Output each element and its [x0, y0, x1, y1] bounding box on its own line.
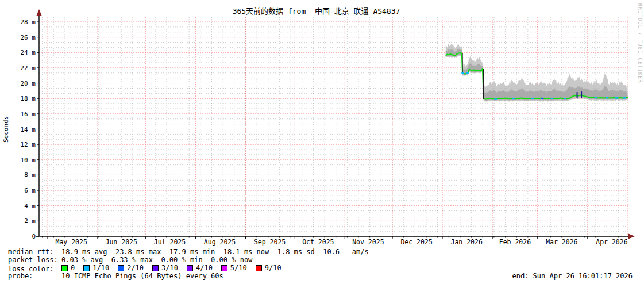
loss-color-swatch	[61, 265, 68, 271]
loss-legend-label: 5/10	[230, 264, 247, 272]
y-tick-label: 18 m	[21, 95, 36, 102]
y-tick-label: 20 m	[21, 80, 36, 87]
y-tick-label: 2 m	[24, 217, 36, 225]
packet-loss-label: packet loss:	[8, 256, 61, 264]
loss-color-swatch	[187, 265, 193, 271]
y-axis-arrow	[37, 9, 42, 16]
x-month-label: Apr 2026	[596, 238, 627, 246]
loss-color-swatch	[152, 265, 159, 271]
x-month-label: Jan 2026	[450, 238, 482, 246]
y-tick-label: 6 m	[24, 187, 36, 194]
loss-legend-item: 3/10	[152, 264, 178, 272]
loss-legend-item: 0	[61, 264, 75, 272]
packet-loss-values: 0.03 % avg 6.33 % max 0.00 % min 0.00 % …	[61, 256, 252, 264]
x-axis-arrow	[628, 234, 635, 239]
loss-legend-label: 3/10	[161, 264, 178, 272]
loss-legend-item: 4/10	[187, 264, 213, 272]
x-month-label: Nov 2025	[352, 238, 384, 246]
y-tick-label: 0	[32, 233, 36, 240]
median-rtt-label: median rtt:	[8, 248, 61, 256]
x-month-label: Sep 2025	[254, 238, 286, 246]
y-tick-label: 16 m	[21, 110, 36, 118]
y-tick-label: 14 m	[21, 126, 36, 133]
loss-legend-item: 1/10	[83, 264, 109, 272]
y-tick-label: 12 m	[21, 141, 36, 148]
graph-footer: median rtt:18.9 ms avg 23.8 ms max 17.9 …	[8, 248, 636, 280]
y-tick-label: 26 m	[21, 34, 36, 41]
plot-area: 02 m4 m6 m8 m10 m12 m14 m16 m18 m20 m22 …	[0, 0, 644, 247]
x-month-label: Dec 2025	[400, 238, 432, 246]
probe-value: 10 ICMP Echo Pings (64 Bytes) every 60s	[61, 272, 223, 280]
y-tick-label: 24 m	[21, 49, 36, 56]
probe-row: probe:10 ICMP Echo Pings (64 Bytes) ever…	[8, 272, 636, 280]
x-month-label: Aug 2025	[204, 238, 236, 246]
y-tick-label: 22 m	[21, 64, 36, 72]
y-tick-label: 10 m	[21, 156, 36, 164]
loss-legend-label: 1/10	[92, 264, 109, 272]
loss-color-legend: 01/102/103/104/105/109/10	[61, 264, 290, 272]
loss-legend-label: 9/10	[265, 264, 281, 272]
y-tick-label: 4 m	[24, 202, 36, 210]
loss-color-swatch	[256, 265, 262, 271]
median-rtt-row: median rtt:18.9 ms avg 23.8 ms max 17.9 …	[8, 248, 636, 256]
loss-legend-label: 2/10	[127, 264, 144, 272]
packet-loss-row: packet loss:0.03 % avg 6.33 % max 0.00 %…	[8, 256, 636, 264]
loss-legend-item: 9/10	[256, 264, 281, 272]
y-tick-label: 8 m	[24, 171, 36, 179]
loss-color-swatch	[83, 265, 90, 271]
loss-legend-item: 2/10	[118, 264, 144, 272]
y-tick-label: 28 m	[21, 18, 36, 26]
loss-legend-label: 4/10	[196, 264, 213, 272]
x-month-label: Feb 2026	[499, 238, 531, 246]
end-timestamp: end: Sun Apr 26 16:01:17 2026	[512, 272, 633, 280]
smokeping-latency-graph: 365天前的数据 from 中国 北京 联通 AS4837 Seconds RR…	[0, 0, 644, 284]
smoke-band-inner	[446, 48, 628, 101]
median-rtt-values: 18.9 ms avg 23.8 ms max 17.9 ms min 18.1…	[61, 248, 369, 256]
x-month-label: Jul 2025	[154, 238, 186, 246]
loss-color-row: loss color:01/102/103/104/105/109/10	[8, 264, 636, 272]
loss-legend-item: 5/10	[221, 264, 247, 272]
x-month-label: May 2025	[55, 238, 87, 246]
x-month-label: Mar 2026	[546, 238, 577, 246]
loss-color-swatch	[221, 265, 227, 271]
x-month-label: Jun 2025	[106, 238, 137, 246]
probe-label: probe:	[8, 272, 61, 280]
loss-legend-label: 0	[71, 264, 75, 272]
x-month-label: Oct 2025	[302, 238, 334, 246]
loss-color-swatch	[118, 265, 124, 271]
